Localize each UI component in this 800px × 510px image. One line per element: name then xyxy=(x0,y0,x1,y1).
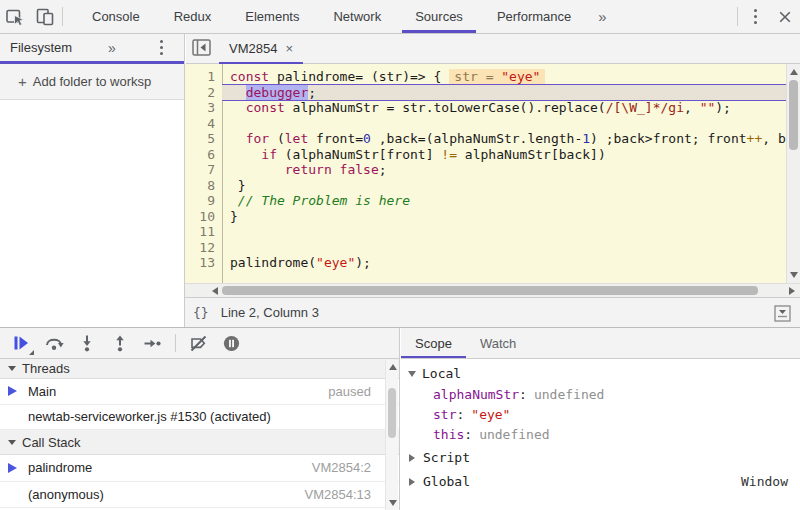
code-line[interactable]: 3 const alphaNumStr = str.toLowerCase().… xyxy=(185,100,786,116)
tab-performance[interactable]: Performance xyxy=(480,0,588,33)
list-item[interactable]: (anonymous)VM2854:13 xyxy=(0,482,399,509)
list-item[interactable]: newtab-serviceworker.js #1530 (activated… xyxy=(0,405,399,431)
threads-section-header[interactable]: Threads xyxy=(0,359,399,379)
debugger-pane: Threads Mainpausednewtab-serviceworker.j… xyxy=(0,328,400,510)
step-out-button[interactable] xyxy=(103,330,136,356)
code-line[interactable]: 10} xyxy=(185,209,786,225)
devtools-menu-icon[interactable] xyxy=(740,0,770,33)
hide-navigator-icon[interactable] xyxy=(192,39,211,59)
code-line[interactable]: 2 debugger; xyxy=(185,85,786,101)
scope-section-global[interactable]: GlobalWindow xyxy=(401,471,800,492)
line-number[interactable]: 13 xyxy=(185,255,222,271)
line-number[interactable]: 4 xyxy=(185,116,222,132)
more-tabs-button[interactable]: » xyxy=(588,0,616,33)
line-number[interactable]: 7 xyxy=(185,162,222,178)
tab-scope[interactable]: Scope xyxy=(401,328,466,358)
code-text[interactable] xyxy=(222,224,786,240)
line-number[interactable]: 11 xyxy=(185,224,222,240)
inspect-element-icon[interactable] xyxy=(0,0,30,33)
navigator-tabbar: Filesystem » xyxy=(0,34,184,64)
code-line[interactable]: 13palindrome("eye"); xyxy=(185,255,786,271)
code-text[interactable]: debugger; xyxy=(222,85,786,101)
navigator-menu-icon[interactable] xyxy=(160,40,163,54)
editor-vertical-scrollbar[interactable] xyxy=(786,64,800,283)
line-number[interactable]: 1 xyxy=(185,69,222,85)
code-text[interactable]: palindrome("eye"); xyxy=(222,255,786,271)
code-lines[interactable]: 1const palindrome= (str)=> {str = "eye"2… xyxy=(185,64,786,283)
collapse-triangle-icon xyxy=(8,366,16,371)
code-text[interactable]: const palindrome= (str)=> {str = "eye" xyxy=(222,69,786,85)
expand-triangle-icon[interactable] xyxy=(409,478,415,486)
plus-icon: + xyxy=(18,73,27,90)
step-button[interactable] xyxy=(136,330,169,356)
file-tab-vm2854[interactable]: VM2854 × xyxy=(219,34,303,64)
close-tab-icon[interactable]: × xyxy=(285,41,293,56)
code-line[interactable]: 6 if (alphaNumStr[front] != alphaNumStr[… xyxy=(185,147,786,163)
code-text[interactable] xyxy=(222,116,786,132)
tab-network[interactable]: Network xyxy=(316,0,398,33)
code-text[interactable]: if (alphaNumStr[front] != alphaNumStr[ba… xyxy=(222,147,786,163)
line-number[interactable]: 9 xyxy=(185,193,222,209)
code-line[interactable]: 7 return false; xyxy=(185,162,786,178)
collapse-triangle-icon[interactable] xyxy=(408,371,416,377)
resume-button[interactable] xyxy=(4,330,37,356)
add-folder-button[interactable]: + Add folder to worksp xyxy=(0,64,184,100)
code-text[interactable]: } xyxy=(222,209,786,225)
step-over-button[interactable] xyxy=(37,330,70,356)
code-line[interactable]: 9 // The Problem is here xyxy=(185,193,786,209)
tab-elements[interactable]: Elements xyxy=(228,0,316,33)
expand-triangle-icon[interactable] xyxy=(409,454,415,462)
callstack-section-header[interactable]: Call Stack xyxy=(0,430,399,455)
pause-on-exceptions-button[interactable] xyxy=(215,330,248,356)
code-line[interactable]: 11 xyxy=(185,224,786,240)
editor-horizontal-scrollbar[interactable] xyxy=(185,283,800,297)
code-text[interactable]: for (let front=0 ,back=(alphaNumStr.leng… xyxy=(222,131,786,147)
line-number[interactable]: 6 xyxy=(185,147,222,163)
scope-variable[interactable]: this:undefined xyxy=(401,424,800,444)
deactivate-breakpoints-button[interactable] xyxy=(182,330,215,356)
code-line[interactable]: 12 xyxy=(185,240,786,256)
code-line[interactable]: 4 xyxy=(185,116,786,132)
line-number[interactable]: 12 xyxy=(185,240,222,256)
editor-tabbar: VM2854 × xyxy=(186,34,800,64)
inline-value-hint: str = "eye" xyxy=(449,69,545,84)
cursor-position: Line 2, Column 3 xyxy=(221,305,319,320)
tab-redux[interactable]: Redux xyxy=(157,0,229,33)
code-line[interactable]: 5 for (let front=0 ,back=(alphaNumStr.le… xyxy=(185,131,786,147)
code-line[interactable]: 1const palindrome= (str)=> {str = "eye" xyxy=(185,69,786,85)
device-toolbar-icon[interactable] xyxy=(30,0,60,33)
scope-section-value: Window xyxy=(741,474,788,489)
code-text[interactable] xyxy=(222,240,786,256)
list-item[interactable]: Mainpaused xyxy=(0,379,399,405)
more-navigator-tabs-icon[interactable]: » xyxy=(108,40,116,56)
line-number[interactable]: 3 xyxy=(185,100,222,116)
navigator-panel: Filesystem » + Add folder to worksp xyxy=(0,34,185,327)
tab-watch[interactable]: Watch xyxy=(466,328,530,358)
panel-tabs: ConsoleReduxElementsNetworkSourcesPerfor… xyxy=(75,0,588,33)
code-text[interactable]: const alphaNumStr = str.toLowerCase().re… xyxy=(222,100,786,116)
line-number[interactable]: 5 xyxy=(185,131,222,147)
line-number[interactable]: 10 xyxy=(185,209,222,225)
line-number[interactable]: 8 xyxy=(185,178,222,194)
tab-sources[interactable]: Sources xyxy=(398,0,480,33)
scope-variable[interactable]: str:"eye" xyxy=(401,404,800,424)
line-number[interactable]: 2 xyxy=(185,85,222,101)
code-text[interactable]: // The Problem is here xyxy=(222,193,786,209)
list-item[interactable]: palindromeVM2854:2 xyxy=(0,455,399,482)
step-into-button[interactable] xyxy=(70,330,103,356)
scope-section-script[interactable]: Script xyxy=(401,447,800,468)
code-text[interactable]: return false; xyxy=(222,162,786,178)
collapse-triangle-icon xyxy=(8,440,16,445)
source-editor[interactable]: 1const palindrome= (str)=> {str = "eye"2… xyxy=(185,64,800,297)
close-devtools-icon[interactable] xyxy=(770,0,800,33)
scope-variable[interactable]: alphaNumStr:undefined xyxy=(401,384,800,404)
tab-filesystem[interactable]: Filesystem xyxy=(0,40,72,55)
pretty-print-icon[interactable]: {} xyxy=(193,305,209,320)
scope-section-local[interactable]: Local xyxy=(401,363,800,384)
expand-drawer-icon[interactable] xyxy=(774,305,791,325)
tab-console[interactable]: Console xyxy=(75,0,157,33)
code-text[interactable]: } xyxy=(222,178,786,194)
code-line[interactable]: 8 } xyxy=(185,178,786,194)
debugger-scrollbar[interactable] xyxy=(385,360,398,510)
current-marker-icon xyxy=(8,463,17,473)
